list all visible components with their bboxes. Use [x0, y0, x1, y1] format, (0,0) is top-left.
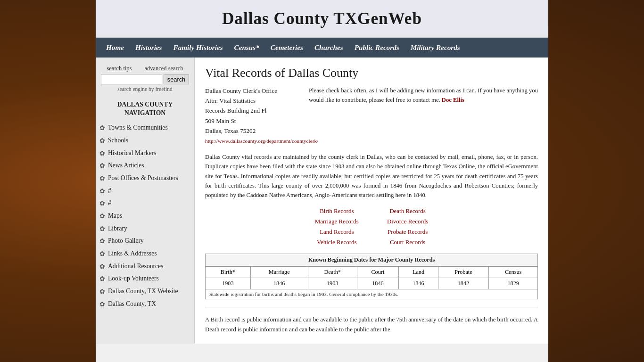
- search-links: search tips advanced search: [100, 65, 190, 72]
- records-col-left: Birth Records Marriage Records Land Reco…: [315, 207, 359, 246]
- tree-icon: ✿: [99, 149, 105, 158]
- address-block: Dallas County Clerk's Office Attn: Vital…: [205, 86, 299, 146]
- table-caption: Known Beginning Dates for Major County R…: [205, 254, 538, 266]
- nav-military-records[interactable]: Military Records: [405, 38, 466, 58]
- tree-icon: ✿: [99, 250, 105, 258]
- office-url[interactable]: http://www.dallascounty.org/department/c…: [205, 138, 318, 144]
- site-header: Dallas County TXGenWeb: [96, 0, 548, 38]
- val-death: 1903: [308, 278, 357, 289]
- nav-cemeteries[interactable]: Cemeteries: [265, 38, 309, 58]
- intro-text: Please check back often, as I will be ad…: [309, 86, 538, 146]
- probate-records-link[interactable]: Probate Records: [387, 228, 428, 236]
- office-street: 509 Main St: [205, 116, 299, 126]
- records-links: Birth Records Marriage Records Land Reco…: [219, 207, 524, 246]
- sidebar-item-photo-gallery[interactable]: ✿ Photo Gallery: [96, 235, 194, 247]
- main-nav: Home Histories Family Histories Census* …: [96, 38, 548, 58]
- tree-icon: ✿: [99, 187, 105, 196]
- nav-census[interactable]: Census*: [229, 38, 265, 58]
- nav-section-title: DALLAS COUNTY NAVIGATION: [96, 100, 194, 117]
- tree-icon: ✿: [99, 124, 105, 132]
- tree-icon: ✿: [99, 212, 105, 221]
- search-row: search: [100, 74, 190, 84]
- office-name: Dallas County Clerk's Office: [205, 86, 299, 96]
- nav-histories[interactable]: Histories: [130, 38, 168, 58]
- tree-icon: ✿: [99, 199, 105, 208]
- sidebar-item-hash1[interactable]: ✿ #: [96, 185, 194, 197]
- tree-icon: ✿: [99, 288, 105, 296]
- val-probate: 1842: [438, 278, 489, 289]
- nav-public-records[interactable]: Public Records: [349, 38, 405, 58]
- content-area: search tips advanced search search searc…: [96, 58, 548, 344]
- sidebar-item-hash2[interactable]: ✿ #: [96, 197, 194, 210]
- val-marriage: 1846: [250, 278, 308, 289]
- col-birth: Birth*: [206, 267, 251, 278]
- land-records-link[interactable]: Land Records: [315, 228, 359, 236]
- office-attn: Attn: Vital Statistics: [205, 96, 299, 106]
- sidebar-item-library[interactable]: ✿ Library: [96, 222, 194, 235]
- search-tips-link[interactable]: search tips: [107, 65, 132, 72]
- body-text: Dallas County vital records are maintain…: [205, 152, 538, 200]
- nav-churches[interactable]: Churches: [309, 38, 349, 58]
- table-note-row: Statewide registration for births and de…: [206, 289, 538, 299]
- val-court: 1846: [357, 278, 399, 289]
- sidebar-item-news-articles[interactable]: ✿ News Articles: [96, 159, 194, 172]
- marriage-records-link[interactable]: Marriage Records: [315, 218, 359, 225]
- court-records-link[interactable]: Court Records: [387, 239, 428, 246]
- tree-icon: ✿: [99, 275, 105, 283]
- birth-record-text: A Birth record is public information and…: [205, 315, 538, 334]
- divorce-records-link[interactable]: Divorce Records: [387, 218, 428, 225]
- val-census: 1829: [489, 278, 538, 289]
- col-marriage: Marriage: [250, 267, 308, 278]
- col-probate: Probate: [438, 267, 489, 278]
- tree-icon: ✿: [99, 174, 105, 183]
- val-land: 1846: [399, 278, 438, 289]
- office-building: Records Building 2nd Fl: [205, 106, 299, 115]
- sidebar-item-additional-resources[interactable]: ✿ Additional Resources: [96, 260, 194, 273]
- divider: [205, 307, 538, 307]
- office-city: Dallas, Texas 75202: [205, 126, 299, 136]
- doc-ellis-link[interactable]: Doc Ellis: [442, 97, 464, 103]
- search-area: search tips advanced search search searc…: [96, 62, 194, 97]
- sidebar-item-post-offices[interactable]: ✿ Post Offices & Postmasters: [96, 172, 194, 185]
- sidebar-item-maps[interactable]: ✿ Maps: [96, 210, 194, 222]
- records-table-wrapper: Known Beginning Dates for Major County R…: [205, 254, 538, 299]
- main-content: Vital Records of Dallas County Dallas Co…: [195, 58, 548, 344]
- birth-records-link[interactable]: Birth Records: [315, 207, 359, 215]
- table-note: Statewide registration for births and de…: [206, 289, 538, 299]
- col-court: Court: [357, 267, 399, 278]
- search-input[interactable]: [101, 74, 162, 84]
- tree-icon: ✿: [99, 137, 105, 145]
- col-census: Census: [489, 267, 538, 278]
- records-table: Known Beginning Dates for Major County R…: [205, 254, 538, 299]
- sidebar: search tips advanced search search searc…: [96, 58, 195, 344]
- sidebar-item-links-addresses[interactable]: ✿ Links & Addresses: [96, 247, 194, 260]
- tree-icon: ✿: [99, 162, 105, 170]
- vehicle-records-link[interactable]: Vehicle Records: [315, 239, 359, 246]
- sidebar-item-schools[interactable]: ✿ Schools: [96, 134, 194, 147]
- sidebar-item-dallas-county-tx[interactable]: ✿ Dallas County, TX: [96, 298, 194, 311]
- val-birth: 1903: [206, 278, 251, 289]
- death-records-link[interactable]: Death Records: [387, 207, 428, 215]
- sidebar-item-dallas-county-tx-website[interactable]: ✿ Dallas County, TX Website: [96, 285, 194, 298]
- tree-icon: ✿: [99, 225, 105, 233]
- table-data-row: 1903 1846 1903 1846 1846 1842 1829: [206, 278, 538, 289]
- tree-icon: ✿: [99, 263, 105, 271]
- search-engine-text: search engine by freefind: [100, 86, 190, 92]
- nav-family-histories[interactable]: Family Histories: [168, 38, 229, 58]
- info-section: Dallas County Clerk's Office Attn: Vital…: [205, 86, 538, 146]
- col-land: Land: [399, 267, 438, 278]
- sidebar-item-lookup-volunteers[interactable]: ✿ Look-up Volunteers: [96, 272, 194, 285]
- table-header-row: Birth* Marriage Death* Court Land Probat…: [206, 267, 538, 278]
- page-title: Vital Records of Dallas County: [205, 66, 538, 80]
- advanced-search-link[interactable]: advanced search: [144, 65, 183, 72]
- sidebar-item-historical-markers[interactable]: ✿ Historical Markers: [96, 147, 194, 160]
- site-title: Dallas County TXGenWeb: [100, 9, 544, 28]
- nav-home[interactable]: Home: [100, 38, 130, 58]
- search-button[interactable]: search: [164, 74, 189, 84]
- sidebar-item-towns[interactable]: ✿ Towns & Communities: [96, 122, 194, 134]
- tree-icon: ✿: [99, 237, 105, 246]
- tree-icon: ✿: [99, 300, 105, 309]
- col-death: Death*: [308, 267, 357, 278]
- records-col-right: Death Records Divorce Records Probate Re…: [387, 207, 428, 246]
